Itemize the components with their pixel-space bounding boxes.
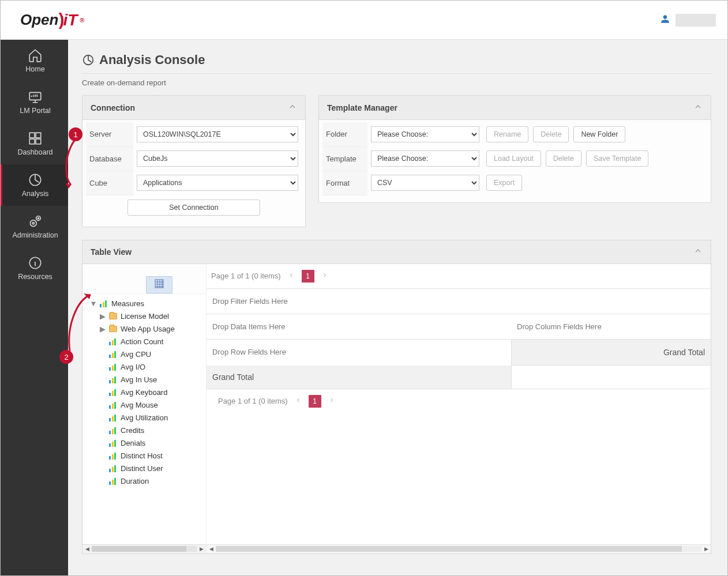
svg-point-8 bbox=[36, 216, 41, 221]
connection-panel: Connection Server OSL120WIN\SQL2017E Dat… bbox=[82, 95, 306, 227]
tree-leaf-avg-keyboard[interactable]: Avg Keyboard bbox=[82, 386, 206, 399]
folder-select[interactable]: Please Choose: bbox=[371, 126, 479, 142]
tree-leaf-denials[interactable]: Denials bbox=[82, 437, 206, 450]
home-icon bbox=[28, 48, 43, 63]
load-layout-button[interactable]: Load Layout bbox=[486, 150, 541, 167]
measure-icon bbox=[109, 427, 117, 434]
server-label: Server bbox=[86, 122, 133, 146]
tree-leaf-avg-cpu[interactable]: Avg CPU bbox=[82, 348, 206, 361]
scroll-right-icon[interactable]: ▶ bbox=[198, 545, 205, 552]
expand-right-icon[interactable]: ▶ bbox=[100, 314, 106, 319]
template-label: Template bbox=[322, 146, 367, 171]
scroll-left-icon[interactable]: ◀ bbox=[208, 545, 215, 552]
grid-icon bbox=[155, 279, 164, 290]
template-manager-header: Template Manager bbox=[327, 103, 397, 112]
database-select[interactable]: CubeJs bbox=[137, 150, 298, 167]
drop-filter-zone[interactable]: Drop Filter Fields Here bbox=[207, 288, 711, 314]
logo-arc-icon: ) bbox=[58, 10, 64, 29]
set-connection-button[interactable]: Set Connection bbox=[127, 199, 260, 216]
nav-analysis[interactable]: Analysis bbox=[1, 164, 68, 206]
nav-dashboard-label: Dashboard bbox=[17, 148, 52, 156]
tree-leaf-distinct-host[interactable]: Distinct Host bbox=[82, 450, 206, 462]
analysis-icon bbox=[28, 172, 43, 187]
tree-web-app-usage[interactable]: ▶ Web App Usage bbox=[82, 323, 206, 336]
tree-leaf-credits[interactable]: Credits bbox=[82, 424, 206, 437]
rename-button[interactable]: Rename bbox=[486, 126, 528, 142]
drop-column-zone[interactable]: Drop Column Fields Here bbox=[511, 314, 711, 340]
scroll-right-icon[interactable]: ▶ bbox=[703, 545, 710, 552]
pager-text-top: Page 1 of 1 (0 items) bbox=[211, 272, 281, 280]
nav-dashboard[interactable]: Dashboard bbox=[1, 123, 68, 164]
tree-leaf-distinct-user[interactable]: Distinct User bbox=[82, 462, 206, 475]
field-tree: ▼ Measures ▶ License Model ▶ Web bbox=[82, 264, 207, 554]
scroll-left-icon[interactable]: ◀ bbox=[84, 545, 91, 552]
svg-rect-4 bbox=[36, 139, 41, 144]
svg-rect-3 bbox=[29, 139, 35, 144]
svg-point-9 bbox=[37, 218, 39, 219]
pager-text-bottom: Page 1 of 1 (0 items) bbox=[218, 397, 288, 405]
tree-leaf-avg-mouse[interactable]: Avg Mouse bbox=[82, 399, 206, 412]
save-template-button[interactable]: Save Template bbox=[586, 150, 648, 167]
tree-leaf-avg-utilization[interactable]: Avg Utilization bbox=[82, 412, 206, 424]
expand-down-icon[interactable]: ▼ bbox=[91, 301, 96, 307]
measure-icon bbox=[109, 402, 117, 409]
tree-measures[interactable]: ▼ Measures bbox=[82, 298, 206, 310]
tree-leaf-avg-io[interactable]: Avg I/O bbox=[82, 361, 206, 374]
collapse-icon[interactable] bbox=[693, 246, 703, 257]
tree-horizontal-scrollbar[interactable]: ◀ ▶ bbox=[82, 544, 206, 554]
pager-current-bottom[interactable]: 1 bbox=[309, 395, 321, 408]
nav-resources[interactable]: Resources bbox=[1, 247, 68, 289]
measure-icon bbox=[109, 351, 117, 358]
tree-leaf-action-count[interactable]: Action Count bbox=[82, 336, 206, 348]
logo-it-text: iT bbox=[63, 11, 77, 29]
measure-icon bbox=[100, 300, 108, 307]
nav-administration-label: Administration bbox=[12, 231, 58, 239]
folder-delete-button[interactable]: Delete bbox=[533, 126, 569, 142]
nav-lmportal[interactable]: LM Portal bbox=[1, 81, 68, 123]
measure-icon bbox=[109, 440, 117, 447]
pager-next-icon[interactable] bbox=[328, 397, 335, 405]
pager-prev-icon[interactable] bbox=[288, 272, 295, 280]
logo-registered-icon: ® bbox=[80, 17, 84, 24]
tree-leaf-avg-in-use[interactable]: Avg In Use bbox=[82, 374, 206, 386]
measure-icon bbox=[109, 415, 117, 421]
user-icon[interactable] bbox=[661, 14, 670, 26]
pager-current-top[interactable]: 1 bbox=[302, 270, 314, 283]
tree-license-model[interactable]: ▶ License Model bbox=[82, 310, 206, 323]
nav-lmportal-label: LM Portal bbox=[20, 107, 51, 115]
template-select[interactable]: Please Choose: bbox=[371, 150, 479, 167]
measure-icon bbox=[109, 338, 117, 345]
drop-row-zone[interactable]: Drop Row Fields Here bbox=[207, 340, 511, 366]
server-select[interactable]: OSL120WIN\SQL2017E bbox=[137, 126, 298, 142]
svg-point-7 bbox=[32, 223, 34, 224]
tree-leaf-duration[interactable]: Duration bbox=[82, 475, 206, 488]
callout-badge-2: 2 bbox=[59, 350, 73, 364]
analysis-title-icon bbox=[82, 54, 95, 66]
nav-resources-label: Resources bbox=[18, 273, 52, 281]
format-select[interactable]: CSV bbox=[371, 175, 479, 191]
new-folder-button[interactable]: New Folder bbox=[573, 126, 625, 142]
pivot-horizontal-scrollbar[interactable]: ◀ ▶ bbox=[207, 544, 711, 554]
user-menu-placeholder[interactable] bbox=[676, 14, 716, 27]
pager-next-icon[interactable] bbox=[321, 272, 328, 280]
tree-tab-grid[interactable] bbox=[146, 276, 172, 293]
nav-home-label: Home bbox=[25, 65, 44, 73]
drop-data-zone[interactable]: Drop Data Items Here bbox=[207, 314, 511, 340]
grand-total-column-header: Grand Total bbox=[511, 340, 711, 366]
folder-icon bbox=[109, 313, 117, 319]
cube-select[interactable]: Applications bbox=[137, 175, 298, 191]
expand-right-icon[interactable]: ▶ bbox=[100, 326, 106, 332]
collapse-icon[interactable] bbox=[288, 102, 297, 113]
svg-point-6 bbox=[30, 220, 36, 227]
collapse-icon[interactable] bbox=[693, 102, 703, 113]
gear-icon bbox=[28, 214, 43, 229]
export-button[interactable]: Export bbox=[486, 175, 522, 191]
monitor-icon bbox=[28, 89, 43, 104]
measure-icon bbox=[109, 364, 117, 371]
nav-home[interactable]: Home bbox=[1, 40, 68, 81]
template-delete-button[interactable]: Delete bbox=[546, 150, 581, 167]
database-label: Database bbox=[86, 146, 133, 171]
measure-icon bbox=[109, 453, 117, 460]
nav-administration[interactable]: Administration bbox=[1, 206, 68, 247]
pager-prev-icon[interactable] bbox=[295, 397, 302, 405]
